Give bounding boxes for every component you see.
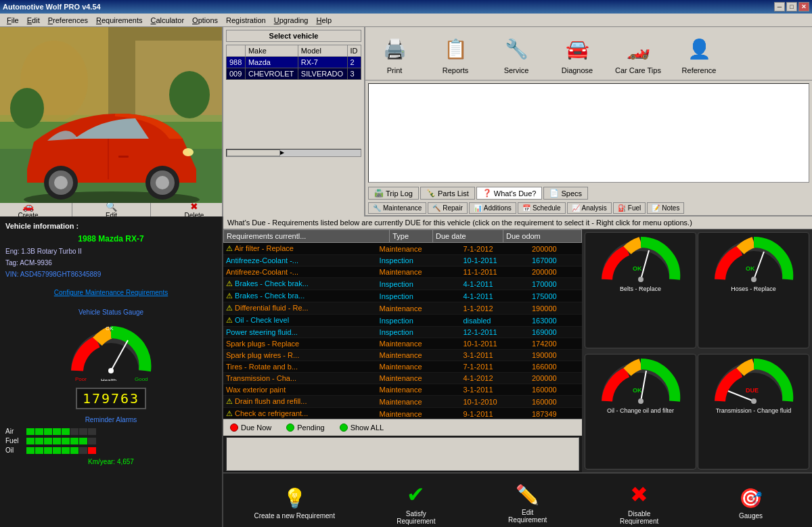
menu-help[interactable]: Help (313, 15, 336, 26)
req-row-14[interactable]: ⚠ Check ac refrigerant... Maintenance 9-… (223, 408, 582, 419)
gauge-panels: OK Belts - Replace OK (582, 229, 812, 472)
gauge-belts-svg: OK (600, 235, 681, 283)
menu-registration[interactable]: Registration (222, 15, 270, 26)
req-row-8[interactable]: Spark plugs - Replace Maintenance 10-1-2… (223, 338, 582, 350)
req-row-4[interactable]: ⚠ Brakes - Check bra... Inspection 4-1-2… (223, 290, 582, 302)
vehicle-info-title: Vehicle information : (5, 222, 217, 230)
maximize-button[interactable]: □ (786, 2, 797, 12)
col-make (227, 45, 246, 57)
bottom-action-bar: 💡 Create a new Requirement ✔ SatisfyRequ… (223, 472, 812, 527)
configure-link[interactable]: Configure Maintenance Requirements (5, 289, 217, 296)
req-row-7[interactable]: Power steering fluid... Inspection 12-1-… (223, 327, 582, 338)
whats-due-icon: ❓ (482, 189, 492, 198)
close-button[interactable]: ✕ (798, 2, 809, 12)
action-create-req[interactable]: 💡 Create a new Requirement (254, 487, 335, 520)
tab-analysis[interactable]: 📈 Analysis (567, 202, 612, 214)
minimize-button[interactable]: ─ (774, 2, 785, 12)
filter-pending[interactable]: Pending (282, 422, 328, 433)
notes-icon: 📝 (652, 204, 660, 212)
toolbar-print[interactable]: 🖨️ Print (371, 32, 418, 74)
action-disable-req[interactable]: ✖ DisableRequirement (609, 482, 670, 525)
menu-upgrading[interactable]: Upgrading (270, 15, 313, 26)
vehicle-row-1[interactable]: 988 Mazda RX-7 2 (227, 57, 361, 68)
create-vehicle-btn[interactable]: 🚗 Create (18, 201, 39, 217)
fuel-bars (26, 438, 96, 444)
tab-parts-list[interactable]: 🍾 Parts List (420, 187, 475, 200)
pending-dot (286, 423, 294, 432)
toolbar-diagnose[interactable]: 🚘 Diagnose (554, 32, 601, 74)
gauge-hoses-label: Hoses - Replace (731, 285, 776, 292)
delete-vehicle-btn[interactable]: ✖ Delete (184, 201, 204, 217)
menu-requirements[interactable]: Requirements (92, 15, 147, 26)
title-bar: Automotive Wolf PRO v4.54 ─ □ ✕ (0, 0, 812, 14)
action-gauges[interactable]: 🎯 Gauges (721, 487, 782, 520)
tab-schedule[interactable]: 📅 Schedule (518, 202, 566, 214)
req-row-13[interactable]: ⚠ Drain flush and refill... Maintenance … (223, 396, 582, 408)
req-row-3[interactable]: ⚠ Brakes - Check brak... Inspection 4-1-… (223, 278, 582, 290)
repair-icon: 🔨 (432, 204, 441, 212)
menu-preferences[interactable]: Preferences (44, 15, 92, 26)
req-row-12[interactable]: Wax exterior paint Maintenance 3-1-2011 … (223, 384, 582, 396)
text-area-below-table[interactable] (226, 437, 579, 471)
gauge-belts-label: Belts - Replace (620, 285, 661, 292)
menu-file[interactable]: File (3, 15, 23, 26)
req-table-header: Requirements currentl... Type Due date D… (223, 229, 582, 243)
middle-section: Requirements currentl... Type Due date D… (223, 229, 812, 472)
tab-specs[interactable]: 📄 Specs (543, 187, 588, 200)
filter-due-now[interactable]: Due Now (226, 422, 275, 433)
air-bars (26, 428, 96, 435)
toolbar-reports[interactable]: 📋 Reports (432, 32, 479, 74)
odometer-container: 179763 (5, 388, 217, 409)
gauge-transmission: DUE Transmission - Change fluid (698, 354, 809, 470)
action-edit-req[interactable]: ✏️ EditRequirement (497, 484, 558, 524)
filter-show-all[interactable]: Show ALL (336, 422, 388, 433)
tab-fuel[interactable]: ⛽ Fuel (613, 202, 646, 214)
menu-options[interactable]: Options (188, 15, 222, 26)
toolbar-reference[interactable]: 👤 Reference (675, 32, 723, 74)
menu-calculator[interactable]: Calculator (147, 15, 189, 26)
tab-repair[interactable]: 🔨 Repair (428, 202, 467, 214)
action-satisfy-req[interactable]: ✔ SatisfyRequirement (386, 482, 447, 525)
col-id-header: ID (347, 45, 361, 57)
table-scroll-area[interactable]: ⚠ Air filter - Replace Maintenance 7-1-2… (223, 243, 582, 419)
svg-line-28 (754, 252, 764, 279)
req-row-0[interactable]: ⚠ Air filter - Replace Maintenance 7-1-2… (223, 243, 582, 255)
req-row-11[interactable]: Transmission - Cha... Maintenance 4-1-20… (223, 373, 582, 384)
satisfy-icon: ✔ (407, 482, 425, 507)
edit-req-icon: ✏️ (516, 484, 539, 506)
req-row-6[interactable]: ⚠ Oil - Check level Inspection disabled … (223, 315, 582, 327)
gauge-belts: OK Belts - Replace (585, 232, 696, 348)
vehicle-row-2[interactable]: 009 CHEVROLET SILVERADO 3 (227, 68, 361, 80)
toolbar-service[interactable]: 🔧 Service (493, 32, 540, 74)
req-row-2[interactable]: Antifreeze-Coolant -... Maintenance 11-1… (223, 267, 582, 278)
tab-whats-due[interactable]: ❓ What's Due? (476, 187, 543, 200)
left-panel: Vehicle information : 1988 Mazda RX-7 En… (0, 216, 223, 527)
req-row-5[interactable]: ⚠ Differential fluid - Re... Maintenance… (223, 302, 582, 315)
tab-maintenance[interactable]: 🔧 Maintenance (368, 202, 426, 214)
toolbar-icons: 🖨️ Print 📋 Reports 🔧 Service 🚘 Diagnose … (365, 27, 812, 81)
indicator-air: Air (5, 428, 217, 435)
svg-point-6 (169, 71, 210, 118)
svg-rect-17 (118, 156, 129, 158)
menu-edit[interactable]: Edit (23, 15, 44, 26)
gauge-transmission-label: Transmission - Change fluid (716, 407, 792, 414)
tab-trip-log[interactable]: 🛣️ Trip Log (368, 187, 419, 200)
req-col-odom: Due odom (503, 230, 582, 243)
indicator-fuel: Fuel (5, 437, 217, 444)
req-row-1[interactable]: Antifreeze-Coolant -... Inspection 10-1-… (223, 255, 582, 267)
req-row-10[interactable]: Tires - Rotate and b... Maintenance 7-1-… (223, 361, 582, 373)
car-illustration (0, 27, 223, 203)
analysis-icon: 📈 (572, 204, 580, 212)
gauge-oil: OK Oil - Change oil and filter (585, 354, 696, 470)
create-req-icon: 💡 (283, 487, 307, 509)
edit-vehicle-btn[interactable]: 🔍 Edit (106, 201, 117, 217)
tab-additions[interactable]: 📊 Additions (469, 202, 516, 214)
reference-icon: 👤 (683, 32, 715, 65)
vehicle-engine: Eng: 1.3B Rotary Turbo II (5, 248, 217, 255)
schedule-icon: 📅 (522, 204, 531, 212)
svg-point-35 (751, 398, 757, 404)
tab-notes[interactable]: 📝 Notes (647, 202, 684, 214)
due-now-dot (230, 423, 238, 432)
toolbar-car-care[interactable]: 🏎️ Car Care Tips (614, 32, 662, 74)
req-row-9[interactable]: Spark plug wires - R... Maintenance 3-1-… (223, 350, 582, 361)
